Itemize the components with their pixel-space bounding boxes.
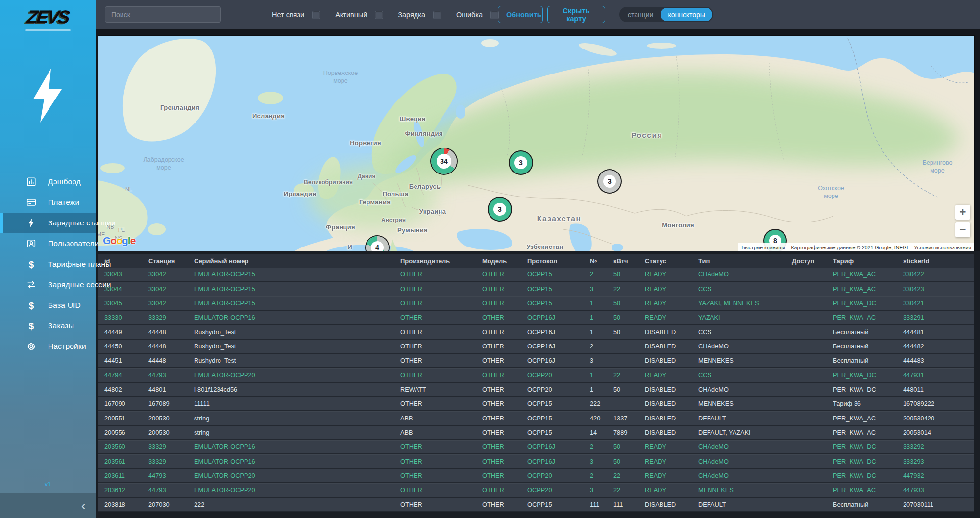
table-cell: 50	[607, 296, 638, 310]
column-header-10[interactable]: Доступ	[785, 257, 827, 265]
table-cell: MENNEKES	[692, 483, 785, 496]
table-cell: 203818	[98, 498, 142, 511]
table-cell: 44449	[98, 325, 142, 339]
search-input[interactable]	[105, 6, 221, 23]
table-cell: 1	[584, 325, 607, 339]
column-header-4[interactable]: Модель	[476, 257, 521, 265]
map-shortcuts-link[interactable]: Быстрые клавиши	[738, 243, 788, 251]
filter-checkbox[interactable]	[312, 11, 320, 19]
column-header-3[interactable]: Производитель	[394, 257, 476, 265]
table-cell: DEFAULT	[692, 498, 785, 511]
filter-label: Зарядка	[398, 11, 425, 19]
table-row[interactable]: 4479444793EMULATOR-OCPP20OTHEROTHEROCPP2…	[98, 368, 974, 382]
table-cell: DISABLED	[638, 397, 692, 410]
column-header-5[interactable]: Протокол	[521, 257, 584, 265]
table-cell: 3	[584, 282, 607, 296]
sidebar-item-users-3[interactable]: Пользователи	[0, 233, 96, 254]
column-header-9[interactable]: Тип	[692, 257, 785, 265]
hide-map-button[interactable]: Скрыть карту	[547, 6, 605, 23]
table-row[interactable]: 203818207030222OTHEROTHEROCPP15111111DIS…	[98, 498, 974, 512]
cluster-count: 3	[603, 175, 616, 188]
toggle-option-0[interactable]: станции	[620, 8, 661, 21]
column-header-6[interactable]: №	[584, 257, 607, 265]
filter-1: Активный	[335, 11, 383, 19]
table-row[interactable]: 200551200530stringABBOTHEROCPP154201337D…	[98, 411, 974, 425]
table-row[interactable]: 4480244801i-801f1234cd56REWATTOTHEROCPP2…	[98, 383, 974, 397]
credit-card-icon	[25, 197, 37, 208]
table-cell: 203611	[98, 469, 142, 482]
table-cell: OCPP15	[521, 268, 584, 281]
map-geography	[98, 36, 974, 251]
sidebar-item-bolt-2[interactable]: Зарядные станции	[0, 213, 96, 233]
collapse-chevron-icon[interactable]: ‹	[81, 499, 86, 513]
exchange-arrows-icon	[25, 279, 37, 291]
table-cell: OTHER	[476, 296, 521, 310]
table-row[interactable]: 3304433042EMULATOR-OCPP15OTHEROTHEROCPP1…	[98, 282, 974, 296]
toggle-option-1[interactable]: коннекторы	[661, 8, 712, 21]
table-cell: 44793	[142, 469, 188, 482]
column-header-12[interactable]: stickerId	[897, 257, 974, 265]
map-zoom-in-button[interactable]: +	[956, 205, 970, 220]
filter-checkbox[interactable]	[375, 11, 383, 19]
cluster-marker[interactable]: 34	[431, 148, 457, 174]
table-row[interactable]: 200556200530stringABBOTHEROCPP15147889DI…	[98, 426, 974, 440]
table-cell: EMULATOR-OCPP16	[188, 311, 394, 324]
table-row[interactable]: 4445044448Rushydro_TestOTHEROTHEROCPP16J…	[98, 340, 974, 354]
cluster-marker[interactable]: 3	[510, 151, 532, 174]
lightning-icon	[25, 217, 37, 229]
table-cell: 11111	[188, 397, 394, 410]
table-row[interactable]: 20356033329EMULATOR-OCPP16OTHEROTHEROCPP…	[98, 440, 974, 454]
table-row[interactable]: 20361144793EMULATOR-OCPP20OTHEROTHEROCPP…	[98, 469, 974, 483]
refresh-button[interactable]: Обновить	[498, 6, 543, 23]
table-cell: 44451	[98, 354, 142, 367]
sidebar-item-payments-1[interactable]: Платежи	[0, 192, 96, 213]
map-data-text: Картографические данные © 2021 Google, I…	[788, 243, 911, 251]
sidebar-item-dollar-6[interactable]: $База UID	[0, 295, 96, 316]
sidebar-item-dollar-7[interactable]: $Заказы	[0, 316, 96, 336]
map-zoom-out-button[interactable]: −	[956, 222, 970, 237]
sidebar-item-dashboard-0[interactable]: Дэшборд	[0, 172, 96, 192]
sidebar-item-dollar-4[interactable]: $Тарифные планы	[0, 254, 96, 274]
table-row[interactable]: 3304333042EMULATOR-OCPP15OTHEROTHEROCPP1…	[98, 268, 974, 282]
filter-checkbox[interactable]	[433, 11, 441, 19]
column-header-1[interactable]: Станция	[142, 257, 188, 265]
table-cell: 22	[607, 282, 638, 296]
table-cell: OCPP15	[521, 412, 584, 425]
table-cell: OTHER	[476, 282, 521, 296]
table-cell: OTHER	[394, 483, 476, 496]
table-cell: OCPP15	[521, 498, 584, 511]
map[interactable]: Норвежское мореЛабрадорское мореБерингов…	[98, 36, 974, 251]
map-terms-link[interactable]: Условия использования	[911, 243, 974, 251]
table-cell: OCPP15	[521, 282, 584, 296]
sidebar-item-gear-8[interactable]: Настройки	[0, 336, 96, 357]
table-row[interactable]: 20361244793EMULATOR-OCPP20OTHEROTHEROCPP…	[98, 483, 974, 497]
table-row[interactable]: 3304533042EMULATOR-OCPP15OTHEROTHEROCPP1…	[98, 296, 974, 311]
table-cell: 33329	[142, 311, 188, 324]
table-cell: OCPP16J	[521, 354, 584, 367]
sidebar-item-exchange-5[interactable]: Зарядные сессии	[0, 274, 96, 295]
column-header-11[interactable]: Тариф	[827, 257, 897, 265]
table-cell: 44448	[142, 325, 188, 339]
cluster-marker[interactable]: 3	[489, 198, 511, 221]
table-cell: OCPP16J	[521, 325, 584, 339]
filter-label: Ошибка	[456, 11, 483, 19]
google-logo[interactable]: Google	[103, 235, 135, 247]
table-row[interactable]: 4444944448Rushydro_TestOTHEROTHEROCPP16J…	[98, 325, 974, 339]
table-row[interactable]: 20356133329EMULATOR-OCPP16OTHEROTHEROCPP…	[98, 454, 974, 469]
table-cell: 207030111	[897, 498, 974, 511]
table-cell: Тариф 36	[827, 397, 897, 410]
table-cell: EMULATOR-OCPP20	[188, 483, 394, 496]
cluster-marker[interactable]: 3	[598, 170, 621, 193]
column-header-8[interactable]: Статус	[638, 257, 692, 265]
table-cell: CHAdeMO	[692, 440, 785, 453]
table-row[interactable]: 3333033329EMULATOR-OCPP16OTHEROTHEROCPP1…	[98, 311, 974, 325]
table-cell: PER_KWA_AC	[827, 311, 897, 324]
column-header-7[interactable]: кВтч	[607, 257, 638, 265]
table-row[interactable]: 16709016708911111OTHEROTHEROCPP15222DISA…	[98, 397, 974, 411]
dollar-icon: $	[25, 320, 37, 332]
table-cell: 2	[584, 268, 607, 281]
table-row[interactable]: 4445144448Rushydro_TestOTHEROTHEROCPP16J…	[98, 354, 974, 368]
table-cell: OTHER	[476, 311, 521, 324]
column-header-2[interactable]: Серийный номер	[188, 257, 394, 265]
table-cell: OTHER	[394, 340, 476, 353]
